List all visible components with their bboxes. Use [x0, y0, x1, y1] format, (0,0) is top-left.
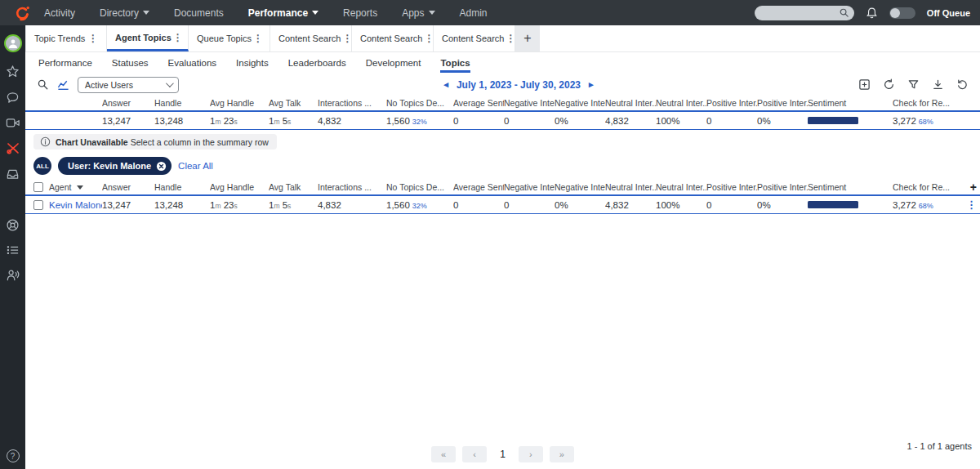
- add-tab-button[interactable]: +: [515, 25, 540, 51]
- col-header[interactable]: Neutral Inter...: [656, 98, 706, 108]
- col-header[interactable]: Check for Re...: [893, 182, 966, 192]
- cell-avg-handle: 1m 23s: [210, 116, 269, 126]
- subtab-leaderboards[interactable]: Leaderboards: [288, 54, 346, 73]
- genesys-logo-icon[interactable]: [11, 3, 33, 23]
- chat-icon[interactable]: [6, 91, 20, 105]
- next-page-button[interactable]: ›: [519, 446, 543, 462]
- tab-queue-topics[interactable]: Queue Topics⋮: [189, 25, 270, 51]
- add-column-button[interactable]: +: [966, 181, 980, 194]
- prev-date-arrow[interactable]: ◂: [443, 79, 448, 90]
- col-header[interactable]: No Topics De...: [386, 98, 453, 108]
- cell-sentiment-bar: [808, 117, 893, 124]
- col-header[interactable]: Handle: [154, 98, 210, 108]
- col-header[interactable]: Agent: [49, 182, 71, 192]
- prev-page-button[interactable]: ‹: [462, 446, 487, 462]
- tab-content-search-1[interactable]: Content Search⋮: [270, 25, 352, 51]
- chip-close-icon[interactable]: [156, 161, 167, 172]
- reset-undo-icon[interactable]: [956, 78, 969, 91]
- subtab-evaluations[interactable]: Evaluations: [168, 54, 216, 73]
- help-icon[interactable]: ?: [7, 449, 20, 462]
- col-header[interactable]: Sentiment: [808, 182, 893, 192]
- chart-view-icon[interactable]: [57, 78, 69, 91]
- col-header[interactable]: Sentiment: [808, 98, 893, 108]
- col-header[interactable]: Positive Inter...: [757, 98, 808, 108]
- col-header[interactable]: Negative Inte...: [555, 182, 605, 192]
- col-header[interactable]: No Topics De...: [386, 182, 453, 192]
- user-avatar[interactable]: [4, 34, 22, 52]
- col-header[interactable]: Average Sent...: [453, 98, 504, 108]
- tab-menu-kebab-icon[interactable]: ⋮: [504, 33, 517, 44]
- subtab-statuses[interactable]: Statuses: [112, 54, 149, 73]
- agent-activity-icon[interactable]: [6, 268, 20, 282]
- download-icon[interactable]: [932, 78, 944, 91]
- nav-item-reports[interactable]: Reports: [343, 7, 377, 19]
- agent-name-link[interactable]: Kevin Malone: [49, 200, 102, 210]
- row-checkbox[interactable]: [33, 200, 43, 210]
- col-header[interactable]: Neutral Inter...: [605, 182, 656, 192]
- filter-user-chip[interactable]: User: Kevin Malone: [58, 157, 172, 175]
- nav-item-performance[interactable]: Performance: [248, 7, 318, 19]
- col-header[interactable]: Avg Handle: [210, 182, 269, 192]
- nav-item-documents[interactable]: Documents: [174, 7, 224, 19]
- col-header[interactable]: Answer: [102, 182, 154, 192]
- tab-menu-kebab-icon[interactable]: ⋮: [172, 32, 185, 43]
- save-view-icon[interactable]: [858, 78, 871, 91]
- col-header[interactable]: Positive Inter...: [757, 182, 808, 192]
- users-filter-dropdown[interactable]: Active Users: [78, 77, 179, 93]
- col-header[interactable]: Negative Inte...: [504, 182, 555, 192]
- search-icon[interactable]: [37, 78, 49, 91]
- tab-topic-trends[interactable]: Topic Trends⋮: [25, 25, 107, 51]
- col-header[interactable]: Neutral Inter...: [656, 182, 706, 192]
- col-header[interactable]: Answer: [102, 98, 154, 108]
- next-date-arrow[interactable]: ▸: [589, 79, 594, 90]
- users-filter-value: Active Users: [85, 80, 133, 90]
- tab-content-search-3[interactable]: Content Search⋮: [434, 25, 515, 51]
- col-header[interactable]: Handle: [154, 182, 210, 192]
- queue-toggle[interactable]: [889, 7, 915, 19]
- video-camera-icon[interactable]: [6, 117, 20, 129]
- col-header[interactable]: Avg Talk: [269, 182, 318, 192]
- row-menu-kebab-icon[interactable]: ⋮: [966, 199, 980, 211]
- nav-item-admin[interactable]: Admin: [460, 7, 488, 19]
- notifications-bell-icon[interactable]: [866, 7, 878, 20]
- sort-caret-icon: [77, 185, 83, 190]
- col-header[interactable]: Avg Talk: [269, 98, 318, 108]
- tab-agent-topics[interactable]: Agent Topics⋮: [107, 25, 189, 51]
- col-header[interactable]: Check for Re...: [893, 98, 966, 108]
- date-range-label[interactable]: July 1, 2023 - July 30, 2023: [457, 79, 581, 91]
- nav-item-apps[interactable]: Apps: [402, 7, 434, 19]
- nav-item-directory[interactable]: Directory: [100, 7, 149, 19]
- filter-all-chip[interactable]: ALL: [33, 157, 51, 175]
- clear-all-link[interactable]: Clear All: [178, 161, 213, 171]
- subtab-development[interactable]: Development: [366, 54, 421, 73]
- tab-menu-kebab-icon[interactable]: ⋮: [87, 33, 100, 44]
- col-header[interactable]: Positive Inter...: [706, 98, 757, 108]
- first-page-button[interactable]: «: [431, 446, 456, 462]
- subtab-performance[interactable]: Performance: [38, 54, 92, 73]
- tab-content-search-2[interactable]: Content Search⋮: [352, 25, 434, 51]
- last-page-button[interactable]: »: [550, 446, 574, 462]
- col-header[interactable]: Interactions ...: [318, 182, 386, 192]
- col-header[interactable]: Negative Inte...: [555, 98, 605, 108]
- cell-positive-pct: 0%: [757, 200, 808, 210]
- support-buoy-icon[interactable]: [6, 218, 20, 232]
- tab-menu-kebab-icon[interactable]: ⋮: [252, 33, 265, 44]
- filter-funnel-icon[interactable]: [907, 78, 920, 91]
- interactions-icon[interactable]: [6, 141, 20, 155]
- col-header[interactable]: Neutral Inter...: [605, 98, 656, 108]
- favorites-star-icon[interactable]: [6, 65, 20, 78]
- subtab-insights[interactable]: Insights: [236, 54, 269, 73]
- nav-item-activity[interactable]: Activity: [44, 7, 75, 19]
- col-header[interactable]: Avg Handle: [210, 98, 269, 108]
- select-all-checkbox[interactable]: [33, 182, 43, 192]
- subtab-topics[interactable]: Topics: [440, 54, 470, 73]
- summary-row[interactable]: 13,247 13,248 1m 23s 1m 5s 4,832 1,56032…: [25, 112, 980, 130]
- col-header[interactable]: Negative Inte...: [504, 98, 555, 108]
- inbox-tray-icon[interactable]: [6, 168, 20, 181]
- col-header[interactable]: Positive Inter...: [706, 182, 757, 192]
- refresh-icon[interactable]: [883, 78, 895, 91]
- col-header[interactable]: Interactions ...: [318, 98, 386, 108]
- table-row[interactable]: Kevin Malone 13,247 13,248 1m 23s 1m 5s …: [25, 196, 980, 214]
- col-header[interactable]: Average Sent...: [453, 182, 504, 192]
- queues-list-icon[interactable]: [6, 244, 20, 256]
